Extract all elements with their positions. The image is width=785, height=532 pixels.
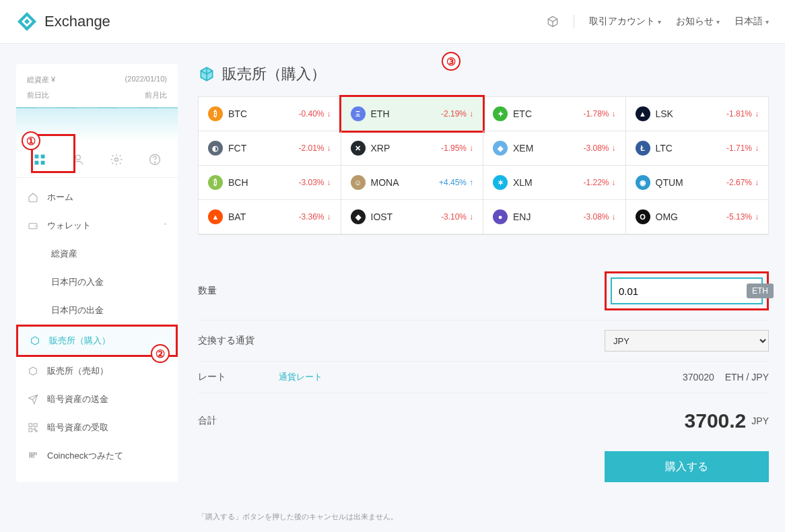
coin-cell-btc[interactable]: ₿BTC-0.40% ↓ bbox=[199, 97, 341, 131]
sidebar-item-Coincheckつみたて[interactable]: Coincheckつみたて bbox=[16, 442, 178, 470]
chevron-up-icon: ˄ bbox=[164, 222, 167, 230]
coin-icon: ✶ bbox=[493, 175, 508, 190]
sidebar-item-総資産[interactable]: 総資産 bbox=[16, 240, 178, 268]
sidebar-item-ホーム[interactable]: ホーム bbox=[16, 183, 178, 211]
grid-tab[interactable] bbox=[30, 150, 49, 169]
gear-tab[interactable] bbox=[107, 150, 126, 169]
coin-change: -3.08% ↓ bbox=[583, 212, 615, 222]
rate-value: 370020 bbox=[683, 372, 714, 383]
coin-change: -1.78% ↓ bbox=[583, 109, 615, 119]
coin-symbol: BCH bbox=[228, 177, 248, 188]
coin-cell-mona[interactable]: ☺MONA+4.45% ↑ bbox=[341, 166, 484, 200]
arrow-down-icon: ↓ bbox=[755, 143, 759, 153]
sidebar-item-ウォレット[interactable]: ウォレット˄ bbox=[16, 211, 178, 240]
coin-symbol: ENJ bbox=[513, 211, 531, 222]
exchange-currency-select[interactable]: JPY bbox=[605, 330, 769, 352]
arrow-up-icon: ↑ bbox=[469, 178, 473, 187]
sidebar-item-label: 暗号資産の送金 bbox=[47, 393, 108, 405]
sidebar-item-暗号資産の送金[interactable]: 暗号資産の送金 bbox=[16, 385, 178, 413]
asset-sparkline bbox=[16, 107, 178, 141]
arrow-down-icon: ↓ bbox=[612, 109, 616, 119]
cube-icon[interactable] bbox=[547, 15, 559, 28]
rate-link[interactable]: 通貨レート bbox=[279, 371, 322, 383]
coin-symbol: XEM bbox=[513, 143, 533, 154]
coin-icon: ◆ bbox=[493, 141, 508, 156]
coin-cell-eth[interactable]: ΞETH-2.19% ↓ bbox=[341, 97, 484, 131]
coin-cell-fct[interactable]: ◐FCT-2.01% ↓ bbox=[199, 131, 341, 166]
user-tab[interactable] bbox=[69, 150, 88, 169]
coin-cell-etc[interactable]: ✦ETC-1.78% ↓ bbox=[483, 97, 626, 131]
total-label: 合計 bbox=[198, 415, 279, 427]
sidebar-item-暗号資産の受取[interactable]: 暗号資産の受取 bbox=[16, 413, 178, 442]
coin-icon: ▲ bbox=[208, 209, 223, 224]
coin-cell-bch[interactable]: ₿BCH-3.03% ↓ bbox=[199, 166, 341, 200]
coin-symbol: ETC bbox=[513, 108, 532, 119]
brand-logo[interactable]: Exchange bbox=[16, 11, 110, 32]
svg-point-8 bbox=[114, 158, 118, 162]
coin-icon: ✕ bbox=[351, 141, 366, 156]
language-menu[interactable]: 日本語▾ bbox=[735, 15, 769, 28]
chevron-down-icon: ▾ bbox=[765, 18, 769, 26]
coin-symbol: ETH bbox=[371, 108, 390, 119]
account-menu[interactable]: 取引アカウント▾ bbox=[589, 15, 661, 28]
coin-icon: ● bbox=[493, 209, 508, 224]
sidebar-item-日本円の入金[interactable]: 日本円の入金 bbox=[16, 268, 178, 296]
arrow-down-icon: ↓ bbox=[327, 143, 331, 153]
coin-icon: ₿ bbox=[208, 106, 223, 121]
qty-input[interactable] bbox=[619, 286, 747, 297]
send-icon bbox=[27, 394, 39, 405]
sidebar-item-日本円の出金[interactable]: 日本円の出金 bbox=[16, 296, 178, 325]
svg-rect-5 bbox=[34, 161, 38, 165]
rate-pair: ETH / JPY bbox=[725, 372, 769, 383]
sidebar-item-label: 日本円の入金 bbox=[51, 276, 104, 288]
chevron-down-icon: ▾ bbox=[658, 18, 661, 26]
coin-cell-ltc[interactable]: ŁLTC-1.71% ↓ bbox=[626, 131, 769, 166]
coin-cell-bat[interactable]: ▲BAT-3.36% ↓ bbox=[199, 200, 341, 234]
sidebar-item-販売所（売却）[interactable]: 販売所（売却） bbox=[16, 357, 178, 385]
coin-grid: ₿BTC-0.40% ↓ΞETH-2.19% ↓✦ETC-1.78% ↓▲LSK… bbox=[198, 96, 769, 235]
coin-cell-enj[interactable]: ●ENJ-3.08% ↓ bbox=[483, 200, 626, 234]
coin-change: -3.36% ↓ bbox=[298, 212, 331, 222]
cube-out-icon bbox=[27, 366, 39, 376]
coin-cell-xrp[interactable]: ✕XRP-1.95% ↓ bbox=[341, 131, 484, 166]
sidebar-item-label: 販売所（購入） bbox=[49, 335, 110, 347]
coin-symbol: LSK bbox=[656, 108, 673, 119]
sidebar-menu: ホームウォレット˄総資産日本円の入金日本円の出金販売所（購入）販売所（売却）暗号… bbox=[16, 178, 178, 475]
annotation-box-qty: ETH bbox=[605, 271, 769, 310]
coin-cell-lsk[interactable]: ▲LSK-1.81% ↓ bbox=[626, 97, 769, 131]
help-tab[interactable] bbox=[145, 150, 164, 169]
wallet-icon bbox=[27, 220, 39, 231]
coin-cell-iost[interactable]: ◆IOST-3.10% ↓ bbox=[341, 200, 484, 234]
coin-cell-qtum[interactable]: ◉QTUM-2.67% ↓ bbox=[626, 166, 769, 200]
sidebar-item-label: ウォレット bbox=[47, 220, 91, 232]
sidebar-item-label: 総資産 bbox=[51, 248, 77, 260]
coin-symbol: IOST bbox=[371, 211, 393, 222]
coin-icon: ◐ bbox=[208, 141, 223, 156]
coin-change: -3.03% ↓ bbox=[298, 178, 331, 187]
svg-point-10 bbox=[154, 162, 155, 163]
arrow-down-icon: ↓ bbox=[469, 109, 473, 119]
brand-name: Exchange bbox=[44, 13, 110, 30]
svg-rect-6 bbox=[40, 161, 44, 165]
coin-cell-xem[interactable]: ◆XEM-3.08% ↓ bbox=[483, 131, 626, 166]
svg-rect-4 bbox=[40, 155, 44, 159]
qty-unit-badge: ETH bbox=[747, 284, 774, 298]
svg-rect-14 bbox=[29, 428, 32, 432]
total-unit: JPY bbox=[751, 415, 769, 426]
coin-icon: ▲ bbox=[636, 106, 650, 121]
coin-icon: O bbox=[636, 209, 650, 224]
sidebar-item-販売所（購入）[interactable]: 販売所（購入） bbox=[16, 325, 178, 357]
notice-menu[interactable]: お知らせ▾ bbox=[676, 15, 720, 28]
arrow-down-icon: ↓ bbox=[469, 143, 473, 153]
coin-change: +4.45% ↑ bbox=[439, 178, 473, 187]
coin-cell-omg[interactable]: OOMG-5.13% ↓ bbox=[626, 200, 769, 234]
coin-change: -5.13% ↓ bbox=[726, 212, 759, 222]
coin-icon: ✦ bbox=[493, 106, 508, 121]
coin-cell-xlm[interactable]: ✶XLM-1.22% ↓ bbox=[483, 166, 626, 200]
asset-date: (2022/01/10) bbox=[125, 75, 167, 85]
coin-change: -3.08% ↓ bbox=[583, 143, 615, 153]
svg-rect-13 bbox=[34, 424, 37, 427]
buy-button[interactable]: 購入する bbox=[605, 451, 769, 482]
chevron-down-icon: ▾ bbox=[716, 18, 720, 26]
coin-change: -1.22% ↓ bbox=[583, 178, 615, 187]
